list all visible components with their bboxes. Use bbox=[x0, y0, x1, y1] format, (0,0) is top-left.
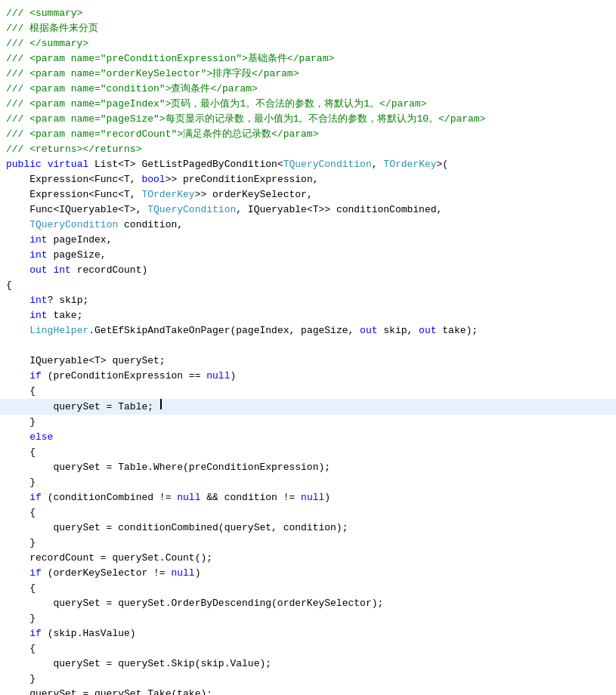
code-token: ? skip; bbox=[48, 293, 89, 308]
code-line: { bbox=[0, 445, 616, 460]
code-line: } bbox=[0, 672, 616, 687]
code-line: if (skip.HasValue) bbox=[0, 626, 616, 641]
code-line: recordCount = querySet.Count(); bbox=[0, 551, 616, 566]
code-token: /// </summary> bbox=[6, 36, 88, 51]
code-line: else bbox=[0, 430, 616, 445]
code-line: /// <param name="orderKeySelector">排序字段<… bbox=[0, 66, 616, 82]
code-line: /// <returns></returns> bbox=[0, 142, 616, 157]
code-token: querySet = Table.Where(preConditionExpre… bbox=[6, 460, 330, 475]
code-token: TQueryCondition bbox=[147, 202, 236, 218]
code-token: Expression<Func<T, bbox=[6, 187, 141, 202]
code-token: </param> bbox=[271, 127, 318, 142]
code-line: querySet = querySet.Skip(skip.Value); bbox=[0, 656, 616, 672]
code-token: pageSize, bbox=[48, 248, 107, 263]
code-token: if bbox=[29, 626, 42, 641]
code-line: /// <param name="recordCount">满足条件的总记录数<… bbox=[0, 127, 616, 142]
code-line: { bbox=[0, 278, 616, 293]
code-token bbox=[6, 323, 29, 338]
code-token: public bbox=[6, 157, 42, 172]
code-token bbox=[6, 293, 29, 308]
code-token bbox=[6, 430, 29, 445]
code-line: int pageIndex, bbox=[0, 233, 616, 248]
code-token: pageIndex, bbox=[48, 233, 113, 248]
code-token: /// <returns></returns> bbox=[6, 142, 141, 157]
code-token: /// <param name="preConditionExpression"… bbox=[6, 51, 248, 66]
code-token: out bbox=[360, 323, 377, 338]
code-token: recordCount = querySet.Count(); bbox=[6, 551, 212, 566]
code-token: /// <param name="pageSize"> bbox=[6, 112, 166, 127]
code-token: } bbox=[6, 536, 36, 551]
code-token: null bbox=[206, 369, 230, 384]
code-line: out int recordCount) bbox=[0, 263, 616, 278]
code-line: Func<IQueryable<T>, TQueryCondition, IQu… bbox=[0, 202, 616, 218]
code-token: int bbox=[29, 248, 47, 263]
code-token bbox=[6, 248, 29, 263]
code-token: { bbox=[6, 505, 36, 520]
code-token: /// <summary> bbox=[6, 6, 82, 21]
code-token: >> orderKeySelector, bbox=[195, 187, 313, 202]
code-line: /// <param name="pageIndex">页码，最小值为1。不合法… bbox=[0, 97, 616, 112]
code-token: 排序字段 bbox=[212, 66, 252, 82]
code-token: bool bbox=[141, 172, 165, 187]
code-token: if bbox=[29, 566, 42, 581]
code-token bbox=[6, 566, 29, 581]
code-line: { bbox=[0, 505, 616, 520]
code-token: , bbox=[372, 157, 384, 172]
code-token: /// <param name="condition"> bbox=[6, 82, 171, 97]
code-token: int bbox=[53, 263, 70, 278]
code-token: null bbox=[171, 566, 194, 581]
code-token: </param> bbox=[438, 112, 485, 127]
code-token bbox=[6, 233, 29, 248]
code-line: } bbox=[0, 475, 616, 490]
code-token: </param> bbox=[287, 51, 334, 66]
code-line: } bbox=[0, 611, 616, 626]
code-line: querySet = conditionCombined(querySet, c… bbox=[0, 520, 616, 536]
code-line: /// <param name="preConditionExpression"… bbox=[0, 51, 616, 66]
code-token: } bbox=[6, 415, 36, 430]
code-line: /// <param name="pageSize">每页显示的记录数，最小值为… bbox=[0, 112, 616, 127]
code-token: null bbox=[177, 490, 200, 505]
code-token: (orderKeySelector != bbox=[42, 566, 172, 581]
code-line: LingHelper.GetEfSkipAndTakeOnPager(pageI… bbox=[0, 323, 616, 338]
code-token: LingHelper bbox=[29, 323, 88, 338]
code-token: querySet = querySet.Take(take); bbox=[6, 687, 212, 696]
code-token: .GetEfSkipAndTakeOnPager(pageIndex, page… bbox=[88, 323, 360, 338]
code-token: recordCount) bbox=[71, 263, 147, 278]
code-token: /// bbox=[6, 21, 29, 36]
code-token: skip, bbox=[378, 323, 419, 338]
code-token: /// <param name="pageIndex"> bbox=[6, 97, 171, 112]
code-line: if (conditionCombined != null && conditi… bbox=[0, 490, 616, 505]
code-token: int bbox=[29, 308, 47, 323]
code-line: } bbox=[0, 415, 616, 430]
code-token: </param> bbox=[252, 66, 299, 82]
code-token: } bbox=[6, 611, 36, 626]
code-token: ) bbox=[324, 490, 330, 505]
code-line: } bbox=[0, 536, 616, 551]
code-token: take); bbox=[437, 323, 478, 338]
code-token: IQueryable<T> querySet; bbox=[6, 354, 166, 369]
code-line: /// 根据条件来分页 bbox=[0, 21, 616, 36]
code-line: int pageSize, bbox=[0, 248, 616, 263]
code-token: out bbox=[419, 323, 436, 338]
code-editor: /// <summary>/// 根据条件来分页/// </summary>//… bbox=[0, 0, 616, 695]
code-token: 基础条件 bbox=[248, 51, 287, 66]
code-token: Expression<Func<T, bbox=[6, 172, 141, 187]
code-token: if bbox=[29, 490, 42, 505]
code-token: && condition != bbox=[200, 490, 301, 505]
code-token: 根据条件来分页 bbox=[29, 21, 98, 36]
code-line: querySet = Table.Where(preConditionExpre… bbox=[0, 460, 616, 475]
code-line: { bbox=[0, 384, 616, 399]
code-line bbox=[0, 338, 616, 354]
code-token bbox=[6, 626, 29, 641]
code-token: >( bbox=[437, 157, 449, 172]
code-token: ) bbox=[195, 566, 201, 581]
code-token: 页码，最小值为1。不合法的参数，将默认为1。 bbox=[171, 97, 379, 112]
code-line: querySet = Table; bbox=[0, 399, 616, 415]
text-cursor bbox=[160, 399, 162, 409]
code-line: /// <summary> bbox=[0, 6, 616, 21]
code-token: ) bbox=[230, 369, 236, 384]
code-line: { bbox=[0, 641, 616, 656]
code-line: int? skip; bbox=[0, 293, 616, 308]
code-token: condition, bbox=[118, 218, 183, 233]
code-token: Func<IQueryable<T>, bbox=[6, 202, 147, 218]
